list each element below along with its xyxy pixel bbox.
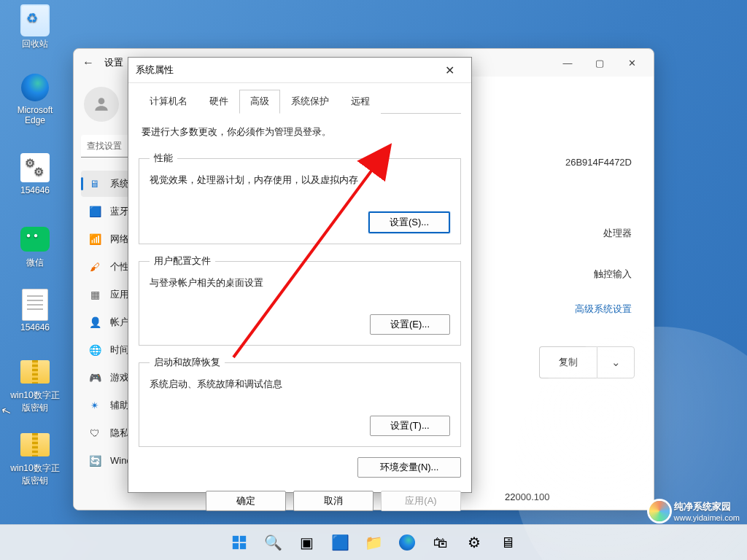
chevron-down-icon: ⌄ (611, 356, 621, 369)
apps-icon: ▦ (88, 288, 101, 301)
watermark: 纯净系统家园 www.yidaimei.com (649, 500, 740, 522)
sidebar-item-label: 时间 (110, 343, 129, 357)
desktop-icon-text-file[interactable]: 154646 (7, 290, 63, 332)
desktop-icon-label: 微信 (7, 257, 63, 269)
svg-rect-4 (233, 543, 239, 549)
search-icon: 🔍 (264, 534, 282, 551)
accessibility-icon: ✴ (88, 399, 101, 412)
svg-rect-2 (233, 536, 239, 542)
startup-recovery-legend: 启动和故障恢复 (150, 356, 225, 369)
sidebar-item-label: 蓝牙 (110, 205, 129, 218)
minimize-button[interactable]: — (551, 52, 584, 74)
tab-advanced[interactable]: 高级 (239, 90, 280, 114)
dialog-tabs: 计算机名 硬件 高级 系统保护 远程 (139, 89, 461, 114)
zip-folder-icon (20, 433, 50, 456)
desktop-icon-label: win10数字正版密钥 (7, 462, 63, 487)
environment-variables-button[interactable]: 环境变量(N)... (357, 457, 461, 478)
taskbar-widgets-button[interactable]: 🟦 (325, 528, 355, 557)
user-profile-settings-button[interactable]: 设置(E)... (370, 314, 450, 335)
task-view-icon: ▣ (300, 534, 314, 551)
text-file-icon (22, 289, 48, 321)
bluetooth-icon: 🟦 (88, 205, 101, 218)
user-profile-desc: 与登录帐户相关的桌面设置 (150, 276, 450, 289)
performance-desc: 视觉效果，处理器计划，内存使用，以及虚拟内存 (150, 174, 450, 187)
sidebar-item-label: 系统 (110, 177, 129, 190)
taskbar-start-button[interactable] (225, 528, 254, 557)
back-button[interactable]: ← (80, 54, 97, 71)
search-placeholder: 查找设置 (87, 140, 122, 152)
edge-icon (21, 74, 49, 101)
copy-button[interactable]: 复制 (539, 346, 597, 378)
desktop-icon-label: 154646 (7, 322, 63, 332)
svg-rect-5 (240, 543, 246, 549)
sidebar-item-label: 网络 (110, 233, 129, 246)
store-icon: 🛍 (433, 534, 448, 551)
edge-icon (399, 534, 415, 551)
cancel-button[interactable]: 取消 (293, 491, 374, 511)
performance-settings-button[interactable]: 设置(S)... (368, 211, 450, 233)
update-icon: 🔄 (88, 454, 101, 467)
sidebar-item-label: 应用 (110, 288, 129, 301)
dialog-title: 系统属性 (136, 63, 174, 77)
tab-remote[interactable]: 远程 (340, 90, 381, 114)
desktop-icon-batch-file[interactable]: 154646 (7, 153, 63, 195)
taskbar: 🔍 ▣ 🟦 📁 🛍 ⚙ 🖥 (0, 524, 747, 560)
desktop-icon-zip-2[interactable]: win10数字正版密钥 (7, 430, 63, 487)
processor-label: 处理器 (603, 227, 632, 240)
touch-label: 触控输入 (594, 268, 632, 281)
startup-recovery-group: 启动和故障恢复 系统启动、系统故障和调试信息 设置(T)... (139, 356, 461, 447)
dialog-titlebar[interactable]: 系统属性 ✕ (128, 58, 471, 83)
svg-point-0 (98, 98, 105, 104)
watermark-logo-icon (649, 501, 670, 521)
admin-note: 要进行大多数更改，你必须作为管理员登录。 (142, 125, 458, 139)
performance-legend: 性能 (150, 152, 177, 165)
expand-button[interactable]: ⌄ (597, 346, 635, 378)
watermark-title: 纯净系统家园 (674, 500, 740, 513)
zip-folder-icon (20, 360, 50, 384)
tab-system-protection[interactable]: 系统保护 (280, 90, 340, 114)
ok-button[interactable]: 确定 (206, 491, 286, 511)
desktop-icon-zip-1[interactable]: win10数字正版密钥 (7, 357, 63, 414)
device-id-text: 26B914F4472D (565, 157, 632, 168)
avatar (84, 87, 119, 122)
tab-hardware[interactable]: 硬件 (198, 90, 239, 114)
system-properties-dialog: 系统属性 ✕ 计算机名 硬件 高级 系统保护 远程 要进行大多数更改，你必须作为… (128, 57, 472, 493)
desktop-icon-label: 回收站 (7, 38, 63, 50)
brush-icon: 🖌 (88, 260, 101, 273)
gears-icon (20, 153, 50, 182)
desktop-icon-label: 154646 (7, 185, 63, 195)
gear-icon: ⚙ (468, 534, 481, 551)
advanced-system-settings-link[interactable]: 高级系统设置 (575, 303, 632, 316)
desktop-icon-recycle-bin[interactable]: 回收站 (7, 6, 63, 50)
wifi-icon: 📶 (88, 233, 101, 246)
taskbar-app-button[interactable]: 🖥 (493, 528, 522, 557)
widgets-icon: 🟦 (331, 534, 349, 551)
maximize-button[interactable]: ▢ (584, 52, 616, 74)
settings-title: 设置 (104, 56, 123, 69)
startup-recovery-desc: 系统启动、系统故障和调试信息 (150, 378, 450, 391)
tab-computer-name[interactable]: 计算机名 (139, 90, 198, 114)
globe-icon: 🌐 (88, 343, 101, 357)
wechat-icon (20, 227, 50, 252)
dialog-close-button[interactable]: ✕ (435, 60, 464, 80)
app-icon: 🖥 (500, 534, 515, 551)
taskbar-store-button[interactable]: 🛍 (426, 528, 455, 557)
sidebar-item-label: 帐户 (110, 316, 129, 329)
taskbar-edge-button[interactable] (392, 528, 422, 557)
taskbar-explorer-button[interactable]: 📁 (359, 528, 388, 557)
desktop-icon-wechat[interactable]: 微信 (7, 225, 63, 269)
build-number: 22000.100 (505, 491, 549, 502)
close-button[interactable]: ✕ (616, 52, 648, 74)
desktop-icon-edge[interactable]: Microsoft Edge (7, 73, 63, 125)
sidebar-item-label: 个性 (110, 260, 129, 273)
desktop-icon-label: win10数字正版密钥 (7, 389, 63, 414)
taskbar-settings-button[interactable]: ⚙ (460, 528, 489, 557)
folder-icon: 📁 (365, 534, 383, 551)
taskbar-search-button[interactable]: 🔍 (258, 528, 287, 557)
apply-button[interactable]: 应用(A) (381, 491, 461, 511)
person-icon: 👤 (88, 316, 101, 329)
gamepad-icon: 🎮 (88, 371, 101, 384)
taskbar-task-view-button[interactable]: ▣ (292, 528, 321, 557)
startup-recovery-settings-button[interactable]: 设置(T)... (370, 416, 450, 436)
desktop-icon-label: Microsoft Edge (7, 105, 63, 125)
